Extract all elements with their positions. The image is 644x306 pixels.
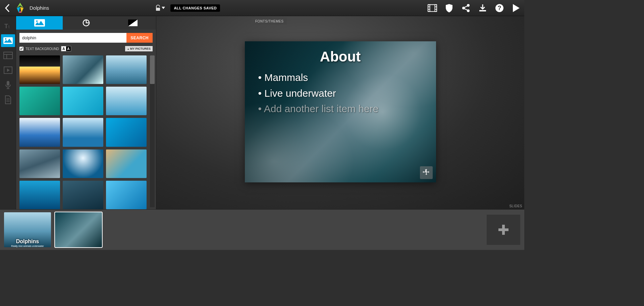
image-thumb[interactable] <box>63 87 103 115</box>
image-thumb[interactable] <box>19 55 60 84</box>
move-handle-icon[interactable] <box>420 166 433 179</box>
top-bar: Dolphins ALL CHANGES SAVED ? <box>0 0 524 16</box>
add-slide-button[interactable] <box>487 215 520 245</box>
svg-rect-7 <box>428 4 430 11</box>
image-grid <box>16 53 150 209</box>
svg-rect-32 <box>7 81 9 86</box>
svg-marker-5 <box>162 7 165 9</box>
media-panel: SEARCH TEXT BACKGROUND AA MY PICTURES <box>16 16 156 209</box>
svg-rect-18 <box>479 10 486 11</box>
download-icon[interactable] <box>478 3 487 13</box>
svg-marker-3 <box>19 11 21 13</box>
rail-audio[interactable] <box>1 79 15 91</box>
tray-slide-1[interactable]: Dolphins Really nice animals underwater <box>4 212 51 247</box>
svg-text:T: T <box>4 23 8 30</box>
svg-marker-21 <box>513 4 520 12</box>
svg-rect-6 <box>428 4 437 11</box>
slide-bullet-placeholder[interactable]: Add another list item here <box>258 101 426 117</box>
svg-rect-44 <box>498 228 508 231</box>
image-thumb[interactable] <box>106 149 147 178</box>
svg-rect-27 <box>4 52 12 59</box>
image-thumb[interactable] <box>63 55 103 84</box>
grid-scrollbar[interactable] <box>150 55 155 207</box>
svg-line-17 <box>465 9 467 10</box>
image-thumb[interactable] <box>106 118 147 146</box>
tray-slide-2[interactable] <box>55 212 102 247</box>
image-thumb[interactable] <box>19 149 60 178</box>
rail-playback[interactable] <box>1 64 15 77</box>
slide-bullet[interactable]: Live underwater <box>258 86 426 101</box>
image-thumb[interactable] <box>63 181 103 209</box>
rail-document[interactable] <box>1 93 15 106</box>
tray-slide-subtitle: Really nice animals underwater <box>4 245 51 247</box>
image-thumb[interactable] <box>19 181 60 209</box>
svg-rect-4 <box>156 8 160 11</box>
current-slide[interactable]: About Mammals Live underwater Add anothe… <box>245 41 436 182</box>
image-thumb[interactable] <box>19 118 60 146</box>
svg-text:?: ? <box>498 5 501 11</box>
share-icon[interactable] <box>461 3 471 13</box>
save-status: ALL CHANGES SAVED <box>170 4 220 12</box>
image-thumb[interactable] <box>19 87 60 115</box>
svg-line-16 <box>465 6 467 7</box>
svg-point-40 <box>36 20 38 22</box>
svg-text:t: t <box>8 25 10 29</box>
rail-layout[interactable] <box>1 49 15 62</box>
search-button[interactable]: SEARCH <box>126 33 153 43</box>
slides-label: SLIDES <box>509 204 522 208</box>
svg-point-26 <box>5 38 6 40</box>
svg-marker-0 <box>17 3 23 8</box>
image-thumb[interactable] <box>106 181 147 209</box>
search-input[interactable] <box>19 33 126 43</box>
slide-title[interactable]: About <box>245 49 436 65</box>
text-background-checkbox[interactable] <box>19 47 23 51</box>
rail-media[interactable] <box>1 34 15 47</box>
tab-images[interactable] <box>16 16 63 30</box>
image-thumb[interactable] <box>106 87 147 115</box>
image-thumb[interactable] <box>106 55 147 84</box>
image-thumb[interactable] <box>63 118 103 146</box>
text-background-label: TEXT BACKGROUND <box>25 47 59 51</box>
svg-marker-31 <box>7 69 10 72</box>
tab-filters[interactable] <box>109 16 156 30</box>
rail-text[interactable]: Tt <box>1 19 15 32</box>
video-icon[interactable] <box>428 3 437 13</box>
tray-slide-title: Dolphins <box>4 238 51 245</box>
app-logo[interactable] <box>14 2 26 14</box>
chevron-down-icon <box>162 7 165 9</box>
shield-icon[interactable] <box>444 3 454 13</box>
text-color-toggle[interactable]: AA <box>61 46 71 51</box>
my-pictures-button[interactable]: MY PICTURES <box>125 46 153 51</box>
slide-bullet[interactable]: Mammals <box>258 70 426 86</box>
help-icon[interactable]: ? <box>495 3 504 13</box>
fonts-themes-button[interactable]: FONTS/THEMES <box>252 18 287 25</box>
svg-rect-8 <box>435 4 437 11</box>
back-button[interactable] <box>3 4 11 12</box>
play-icon[interactable] <box>512 3 521 13</box>
tab-shapes[interactable] <box>63 16 109 30</box>
canvas-area: FONTS/THEMES About Mammals Live underwat… <box>156 16 524 209</box>
slide-bullet-list[interactable]: Mammals Live underwater Add another list… <box>258 70 426 117</box>
image-thumb[interactable] <box>63 149 103 178</box>
tool-rail: Tt <box>0 16 16 209</box>
lock-toggle[interactable] <box>155 5 165 11</box>
slide-tray: Dolphins Really nice animals underwater <box>0 209 524 250</box>
document-title[interactable]: Dolphins <box>30 5 49 11</box>
